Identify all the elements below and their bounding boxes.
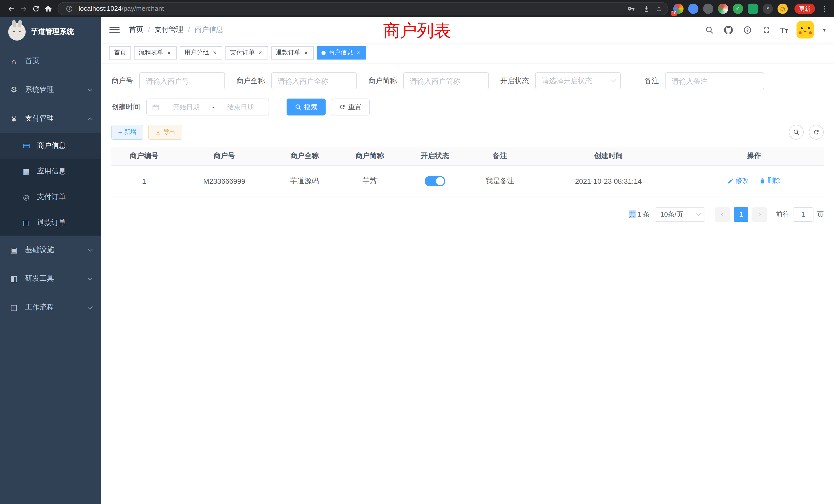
url-text[interactable]: localhost:1024/pay/merchant [79,5,625,12]
share-icon[interactable] [640,2,653,15]
site-info-icon[interactable] [63,2,75,15]
sidebar-item-merchant-info[interactable]: 商户信息 [0,133,101,159]
extension-icon-5[interactable]: ✓ [733,3,743,14]
sidebar-item-infrastructure[interactable]: ▣ 基础设施 [0,235,101,264]
tabs-bar: 首页 流程表单 × 用户分组 × 支付订单 × 退款订单 × [101,43,834,63]
breadcrumb-separator: / [183,26,195,34]
cell-status [402,165,467,197]
font-size-icon[interactable]: TT [780,26,788,33]
chevron-down-icon [88,246,93,251]
page-size-value: 10条/页 [660,210,683,219]
chevron-down-icon [696,211,701,216]
tab-merchant-info[interactable]: 商户信息 × [317,46,366,59]
extension-icon-1[interactable]: 10 [673,3,683,14]
url-path: /pay/merchant [122,5,164,12]
search-icon[interactable] [704,25,714,35]
back-icon[interactable] [5,2,18,15]
col-header: 商户简称 [337,147,402,165]
add-button[interactable]: + 新增 [111,125,143,140]
pagination-total-rest: 1 条 [636,210,650,218]
app-logo[interactable]: 芋道管理系统 [0,17,101,47]
home-icon[interactable] [42,2,54,15]
delete-button[interactable]: 删除 [759,176,781,186]
help-icon[interactable]: ? [742,25,752,35]
close-icon[interactable]: × [355,49,361,56]
chevron-down-icon [611,77,616,83]
reload-icon[interactable] [30,2,42,15]
sidebar-item-dev-tools[interactable]: ◧ 研发工具 [0,264,101,293]
user-avatar[interactable] [797,21,814,39]
pagination-total-prefix: 共 [629,210,636,218]
grid-icon: ▦ [22,167,31,176]
refresh-icon [813,129,820,136]
tab-user-group[interactable]: 用户分组 × [180,46,222,59]
profile-avatar-icon[interactable]: ☺ [777,3,788,14]
search-button[interactable]: 搜索 [287,98,326,115]
browser-menu-icon[interactable]: ⋮ [820,4,829,13]
forward-icon[interactable] [18,2,30,15]
full-name-input[interactable] [271,72,357,89]
page-size-select[interactable]: 10条/页 [655,207,705,222]
sidebar-item-refund-order[interactable]: ▤ 退款订单 [0,210,101,235]
refresh-table-button[interactable] [809,125,824,140]
cell-short-name: 芋艿 [337,165,402,197]
svg-text:?: ? [746,28,748,32]
sidebar-item-payment[interactable]: ¥ 支付管理 [0,104,101,133]
edit-button[interactable]: 修改 [727,176,749,186]
tab-label: 流程表单 [139,48,163,57]
toggle-search-button[interactable] [789,125,804,140]
close-icon[interactable]: × [257,49,263,56]
close-icon[interactable]: × [303,49,309,56]
next-page-button[interactable] [752,207,767,222]
extension-icon-7[interactable]: * [763,3,773,14]
sidebar-toggle-icon[interactable] [109,27,120,33]
bookmark-star-icon[interactable]: ☆ [656,4,662,13]
reset-button[interactable]: 重置 [331,98,370,115]
page-number-button[interactable]: 1 [734,207,748,222]
date-range-picker[interactable]: 开始日期 - 结束日期 [146,98,269,115]
goto-page-input[interactable] [793,207,813,222]
breadcrumb-separator: / [143,26,155,34]
short-name-input[interactable] [403,72,489,89]
password-key-icon[interactable] [625,2,637,15]
close-icon[interactable]: × [212,49,218,56]
tab-home[interactable]: 首页 [109,46,131,59]
status-select[interactable]: 请选择开启状态 [535,72,621,89]
update-button[interactable]: 更新 [794,3,815,14]
sidebar-item-pay-order[interactable]: ◎ 支付订单 [0,184,101,210]
extension-icon-3[interactable] [703,3,713,14]
remark-input[interactable] [665,72,764,89]
close-icon[interactable]: × [166,49,172,56]
sidebar-item-home[interactable]: ⌂ 首页 [0,47,101,75]
sidebar-item-app-info[interactable]: ▦ 应用信息 [0,159,101,184]
merchant-table: 商户编号 商户号 商户全称 商户简称 开启状态 备注 创建时间 操作 1 [111,147,824,197]
cell-full-name: 芋道源码 [272,165,337,197]
github-icon[interactable] [723,25,733,35]
avatar-dropdown-icon[interactable]: ▾ [823,26,826,33]
status-select-placeholder: 请选择开启状态 [542,76,592,86]
prev-page-button[interactable] [716,207,730,222]
tab-refund-order[interactable]: 退款订单 × [271,46,314,59]
sidebar-item-workflow[interactable]: ◫ 工作流程 [0,293,101,322]
download-icon [155,129,161,135]
extension-icon-4[interactable] [718,3,728,14]
chevron-right-icon [757,212,761,216]
status-switch[interactable] [425,176,445,186]
switch-knob [436,177,444,185]
extension-icon-6[interactable] [748,3,758,14]
tab-pay-order[interactable]: 支付订单 × [225,46,268,59]
calendar-icon [152,104,159,111]
address-bar[interactable]: localhost:1024/pay/merchant ☆ [58,2,668,15]
fullscreen-icon[interactable] [761,25,771,35]
export-button[interactable]: 导出 [148,125,182,140]
filter-row-2: 创建时间 开始日期 - 结束日期 搜索 重置 [111,98,824,115]
col-header: 备注 [467,147,533,165]
breadcrumb-home[interactable]: 首页 [129,25,143,35]
extension-icon-2[interactable] [688,3,698,14]
tab-process-form[interactable]: 流程表单 × [134,46,177,59]
sidebar-item-label: 应用信息 [37,167,66,176]
sidebar-item-system[interactable]: ⚙ 系统管理 [0,75,101,104]
col-header: 操作 [684,147,824,165]
merchant-no-input[interactable] [139,72,225,89]
breadcrumb-payment[interactable]: 支付管理 [155,25,183,35]
